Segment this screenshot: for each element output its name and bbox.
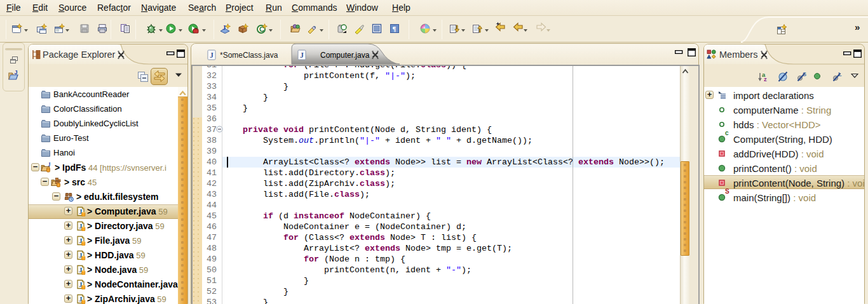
svg-text:J: J (48, 162, 51, 168)
svg-text:¶: ¶ (393, 25, 397, 32)
svg-text:z: z (764, 76, 767, 83)
svg-text:J: J (222, 23, 226, 31)
svg-text:J: J (15, 70, 18, 76)
svg-text:J: J (210, 51, 214, 60)
svg-text:J: J (300, 51, 304, 60)
